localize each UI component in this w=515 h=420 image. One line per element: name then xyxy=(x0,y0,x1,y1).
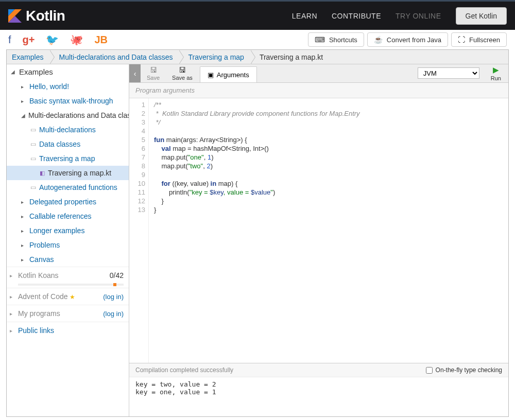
terminal-icon: ▣ xyxy=(208,71,214,79)
nav-learn[interactable]: LEARN xyxy=(292,12,317,20)
editor-column: ‹ 🖫Save 🖫Save as ▣Arguments JVM ▶Run Pro… xyxy=(129,64,508,416)
platform-select[interactable]: JVM xyxy=(418,67,479,79)
convert-java-button[interactable]: ☕ Convert from Java xyxy=(367,32,448,47)
sidebar-item-multi-decl[interactable]: ◢Multi-declarations and Data classes xyxy=(7,108,129,122)
expand-icon: ▸ xyxy=(21,199,26,205)
folder-icon: ▭ xyxy=(30,184,36,191)
nav-try-online[interactable]: TRY ONLINE xyxy=(396,12,441,20)
twitter-icon[interactable]: 🐦 xyxy=(46,33,59,46)
github-icon[interactable]: 🐙 xyxy=(70,33,83,46)
expand-icon: ▸ xyxy=(21,214,26,219)
sidebar-item-traversing-map-kt[interactable]: ◧Traversing a map.kt xyxy=(7,166,129,180)
shortcuts-label: Shortcuts xyxy=(329,36,357,44)
expand-icon: ▸ xyxy=(21,228,26,234)
save-button[interactable]: 🖫Save xyxy=(141,64,166,82)
console-output: key = two, value = 2 key = one, value = … xyxy=(129,377,508,416)
shortcuts-button[interactable]: ⌨ Shortcuts xyxy=(308,32,364,47)
kotlin-file-icon: ◧ xyxy=(40,170,45,177)
java-convert-icon: ☕ xyxy=(374,36,383,44)
sidebar-item-problems[interactable]: ▸Problems xyxy=(7,238,129,252)
sidebar: ◢Examples ▸Hello, world! ▸Basic syntax w… xyxy=(7,64,129,416)
arguments-tab[interactable]: ▣Arguments xyxy=(200,66,257,82)
sidebar-section-myprograms[interactable]: ▸ My programs (log in) xyxy=(7,305,129,322)
back-button[interactable]: ‹ xyxy=(129,64,141,82)
sidebar-section-public[interactable]: ▸ Public links xyxy=(7,322,129,339)
collapse-icon: ◢ xyxy=(21,113,25,118)
expand-icon: ▸ xyxy=(10,273,12,278)
convert-label: Convert from Java xyxy=(387,36,441,44)
save-as-icon: 🖫 xyxy=(179,66,186,74)
collapse-icon: ◢ xyxy=(11,69,16,75)
save-as-button[interactable]: 🖫Save as xyxy=(166,64,199,82)
kotlin-logo[interactable]: Kotlin xyxy=(8,8,65,24)
sidebar-section-koans[interactable]: ▸ Kotlin Koans 0/42 xyxy=(7,267,129,284)
get-kotlin-button[interactable]: Get Kotlin xyxy=(456,7,507,25)
koans-progress-bar xyxy=(18,284,124,286)
expand-icon: ▸ xyxy=(21,257,26,262)
sidebar-item-autogen[interactable]: ▭Autogenerated functions xyxy=(7,180,129,195)
folder-icon: ▭ xyxy=(30,126,36,133)
code-editor[interactable]: 12345678910111213 /** * Kotlin Standard … xyxy=(129,98,508,363)
code-content[interactable]: /** * Kotlin Standard Library provide co… xyxy=(149,98,360,363)
expand-icon: ▸ xyxy=(21,84,26,90)
chevron-left-icon: ‹ xyxy=(134,69,136,78)
editor-toolbar: ‹ 🖫Save 🖫Save as ▣Arguments JVM ▶Run xyxy=(129,64,508,83)
crumb-examples[interactable]: Examples xyxy=(7,50,49,64)
folder-icon: ▭ xyxy=(30,141,36,148)
expand-icon: ▸ xyxy=(10,294,12,300)
line-gutter: 12345678910111213 xyxy=(129,98,149,363)
star-icon: ★ xyxy=(70,293,75,301)
jetbrains-icon[interactable]: JB xyxy=(94,34,108,46)
koans-progress: 0/42 xyxy=(110,271,124,279)
sidebar-item-basic-syntax[interactable]: ▸Basic syntax walk-through xyxy=(7,94,129,108)
sidebar-item-hello-world[interactable]: ▸Hello, world! xyxy=(7,79,129,94)
otf-checkbox-label[interactable]: On-the-fly type checking xyxy=(426,366,502,374)
myprograms-login-link[interactable]: (log in) xyxy=(103,310,124,318)
console: Compilation completed successfully On-th… xyxy=(129,363,508,416)
brand-text: Kotlin xyxy=(26,8,65,24)
run-button[interactable]: ▶Run xyxy=(484,64,508,82)
tool-row: f g+ 🐦 🐙 JB ⌨ Shortcuts ☕ Convert from J… xyxy=(0,30,515,49)
sidebar-item-multi-declarations[interactable]: ▭Multi-declarations xyxy=(7,122,129,137)
sidebar-item-traversing-map[interactable]: ▭Traversing a map xyxy=(7,151,129,166)
expand-icon: ▸ xyxy=(21,98,26,104)
compile-status: Compilation completed successfully xyxy=(135,366,233,374)
expand-icon: ▸ xyxy=(10,311,12,317)
crumb-multi-decl[interactable]: Multi-declarations and Data classes xyxy=(49,50,179,64)
sidebar-item-delegated[interactable]: ▸Delegated properties xyxy=(7,195,129,209)
otf-checkbox[interactable] xyxy=(426,367,433,374)
kotlin-icon xyxy=(8,9,22,23)
expand-icon: ▸ xyxy=(10,328,12,334)
advent-login-link[interactable]: (log in) xyxy=(103,293,124,301)
facebook-icon[interactable]: f xyxy=(8,34,11,46)
tree-root-examples[interactable]: ◢Examples xyxy=(7,64,129,79)
crumb-traversing[interactable]: Traversing a map xyxy=(179,50,250,64)
sidebar-item-longer[interactable]: ▸Longer examples xyxy=(7,223,129,238)
nav-contribute[interactable]: CONTRIBUTE xyxy=(332,12,381,20)
fullscreen-label: Fullscreen xyxy=(469,36,500,44)
sidebar-item-callable[interactable]: ▸Callable references xyxy=(7,209,129,223)
expand-icon: ▸ xyxy=(21,242,26,248)
top-bar: Kotlin LEARN CONTRIBUTE TRY ONLINE Get K… xyxy=(0,0,515,30)
google-plus-icon[interactable]: g+ xyxy=(23,34,35,46)
folder-icon: ▭ xyxy=(30,155,36,162)
sidebar-item-canvas[interactable]: ▸Canvas xyxy=(7,252,129,267)
sidebar-item-data-classes[interactable]: ▭Data classes xyxy=(7,137,129,151)
keyboard-icon: ⌨ xyxy=(315,36,325,44)
workspace: Examples Multi-declarations and Data cla… xyxy=(6,49,509,417)
sidebar-section-advent[interactable]: ▸ Advent of Code ★ (log in) xyxy=(7,288,129,305)
crumb-file: Traversing a map.kt xyxy=(250,50,329,64)
breadcrumb: Examples Multi-declarations and Data cla… xyxy=(7,50,508,64)
save-icon: 🖫 xyxy=(150,66,157,74)
play-icon: ▶ xyxy=(493,65,499,75)
fullscreen-button[interactable]: ⛶ Fullscreen xyxy=(451,32,507,47)
program-arguments-input[interactable]: Program arguments xyxy=(129,83,508,98)
fullscreen-icon: ⛶ xyxy=(458,36,465,44)
